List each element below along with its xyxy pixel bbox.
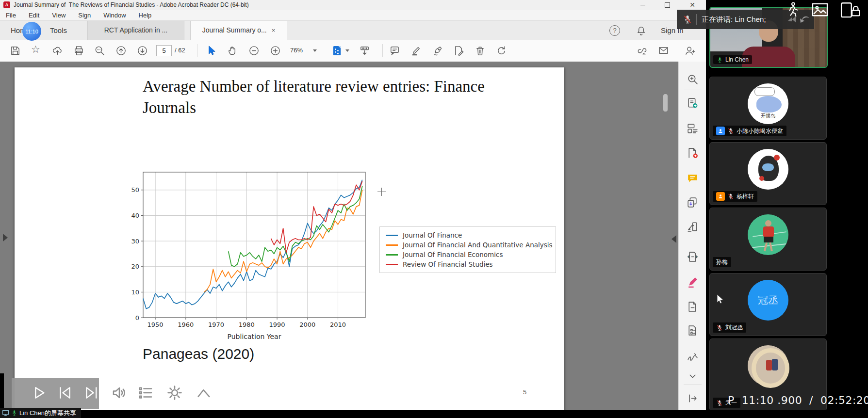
minimize-button[interactable]	[635, 0, 651, 10]
play-icon[interactable]	[30, 385, 47, 401]
hand-tool-icon[interactable]	[227, 45, 238, 56]
search-tool-icon[interactable]	[687, 73, 699, 85]
page-display-caret[interactable]	[345, 49, 349, 52]
panel-expand-left-arrow[interactable]	[3, 234, 8, 241]
previous-page-icon[interactable]	[115, 45, 127, 56]
find-icon[interactable]	[94, 45, 105, 56]
zoom-participants-panel: Lin Chen 开摆鸟 小陈小陈喝水便盆	[706, 0, 868, 418]
favorites-star-icon[interactable]: ☆	[31, 44, 40, 55]
speaking-banner-text: 正在讲话: Lin Chen;	[702, 15, 766, 24]
highlight-icon[interactable]	[411, 45, 422, 56]
screen-share-label: Lin Chen的屏幕共享	[0, 408, 81, 418]
svg-text:0: 0	[135, 314, 139, 322]
next-track-icon[interactable]	[83, 385, 100, 401]
walking-person-icon[interactable]	[785, 2, 800, 17]
participant-tile[interactable]: 冠丞 刘冠丞	[709, 273, 827, 336]
stamp-document-icon[interactable]	[453, 45, 464, 56]
svg-text:2010: 2010	[330, 321, 346, 328]
rotate-lock-icon[interactable]	[839, 1, 861, 18]
menu-view[interactable]: View	[52, 12, 66, 19]
playback-timestamp: P 11:10 .900 / 02:52:20	[728, 394, 868, 406]
document-tab-active[interactable]: Journal Summary o...×	[190, 21, 287, 40]
protect-pdf-icon[interactable]	[687, 301, 699, 313]
participant-name: 杨梓轩	[737, 193, 754, 201]
svg-text:1960: 1960	[178, 321, 194, 328]
menu-sign[interactable]: Sign	[78, 12, 91, 19]
menu-window[interactable]: Window	[103, 12, 126, 19]
previous-track-icon[interactable]	[56, 385, 73, 401]
player-secondary-controls	[104, 378, 221, 409]
participant-tile[interactable]: 杨梓轩	[709, 142, 827, 205]
legend-entry: Journal Of Finance	[386, 231, 550, 239]
bell-icon[interactable]	[636, 25, 647, 36]
organize-pages-icon[interactable]	[687, 122, 699, 134]
email-icon[interactable]	[658, 45, 669, 56]
comment-tool-icon[interactable]	[687, 172, 699, 184]
zoom-out-icon[interactable]	[248, 45, 260, 56]
select-tool-icon[interactable]	[206, 45, 217, 56]
close-button[interactable]: ✕	[684, 0, 701, 10]
volume-icon[interactable]	[111, 385, 128, 401]
participant-tile[interactable]: 开摆鸟 小陈小陈喝水便盆	[709, 77, 827, 140]
maximize-button[interactable]	[659, 0, 675, 10]
sign-pen-icon[interactable]	[432, 45, 443, 56]
share-link-icon[interactable]	[637, 45, 648, 56]
document-tab-inactive[interactable]: RCT Application in ...	[87, 21, 184, 40]
banner-divider	[696, 14, 697, 25]
settings-gear-icon[interactable]	[166, 385, 183, 401]
participant-tile[interactable]: 孙梅	[709, 208, 827, 271]
export-pdf-icon[interactable]	[687, 97, 699, 109]
save-icon[interactable]	[10, 45, 21, 56]
avatar-caption: 开摆鸟	[748, 113, 788, 119]
slideshow-image-icon[interactable]	[811, 2, 829, 17]
tab-tools[interactable]: Tools	[50, 21, 67, 40]
mic-muted-icon	[716, 324, 723, 331]
next-page-icon[interactable]	[137, 45, 148, 56]
page-number-input[interactable]: 5	[156, 45, 172, 56]
delete-pages-icon[interactable]	[475, 45, 486, 56]
chart-legend: Journal Of FinanceJournal Of Financial A…	[379, 226, 556, 273]
participant-name: 孙梅	[716, 258, 728, 266]
tab-close-icon[interactable]: ×	[272, 27, 276, 34]
comment-icon[interactable]	[389, 45, 400, 56]
prepare-form-icon[interactable]	[687, 324, 699, 337]
account-person-icon[interactable]	[684, 45, 695, 56]
menu-edit[interactable]: Edit	[29, 12, 39, 19]
fill-sign-icon[interactable]	[687, 276, 699, 288]
zoom-in-icon[interactable]	[270, 45, 281, 56]
toolbar-pin-icon[interactable]	[359, 45, 370, 56]
zoom-level-value[interactable]: 76%	[290, 47, 303, 54]
crosshair-cursor	[377, 188, 386, 196]
compress-pdf-icon[interactable]	[687, 251, 699, 263]
line-chart: 195019601970198019902000201001020304050P…	[126, 167, 378, 342]
menu-file[interactable]: File	[6, 12, 16, 19]
svg-text:20: 20	[131, 263, 139, 270]
mic-on-icon	[11, 410, 17, 416]
panel-expand-right-arrow[interactable]	[671, 235, 676, 243]
participant-type-badge	[716, 192, 725, 201]
request-signatures-icon[interactable]	[687, 351, 699, 363]
mic-muted-icon	[683, 15, 692, 24]
legend-entry: Journal Of Financial Economics	[386, 251, 550, 258]
page-display-icon[interactable]	[332, 45, 343, 56]
print-icon[interactable]	[73, 45, 84, 56]
menu-bar: File Edit View Sign Window Help	[0, 10, 712, 21]
help-icon[interactable]: ?	[609, 25, 620, 36]
edit-pdf-icon[interactable]	[687, 221, 699, 233]
create-pdf-icon[interactable]	[687, 147, 699, 159]
slide-caption: Panageas (2020)	[143, 346, 254, 362]
cloud-upload-icon[interactable]	[52, 45, 63, 56]
pdf-page: Average Number of literature review entr…	[15, 67, 564, 413]
collapse-panel-icon[interactable]	[687, 392, 699, 404]
vertical-scrollbar-thumb[interactable]	[663, 94, 668, 112]
playlist-icon[interactable]	[137, 385, 154, 401]
menu-help[interactable]: Help	[139, 12, 152, 19]
combine-files-icon[interactable]	[687, 196, 699, 209]
more-tools-chevron-icon[interactable]	[687, 370, 699, 382]
annotate-caret-icon[interactable]	[196, 385, 212, 401]
panel-divider	[684, 90, 702, 90]
legend-entry: Journal Of Financial And Quantitative An…	[386, 241, 550, 249]
main-toolbar: ☆ 5 / 62 76%	[0, 40, 706, 62]
rotate-icon[interactable]	[496, 45, 507, 56]
zoom-dropdown-caret[interactable]	[313, 49, 317, 52]
